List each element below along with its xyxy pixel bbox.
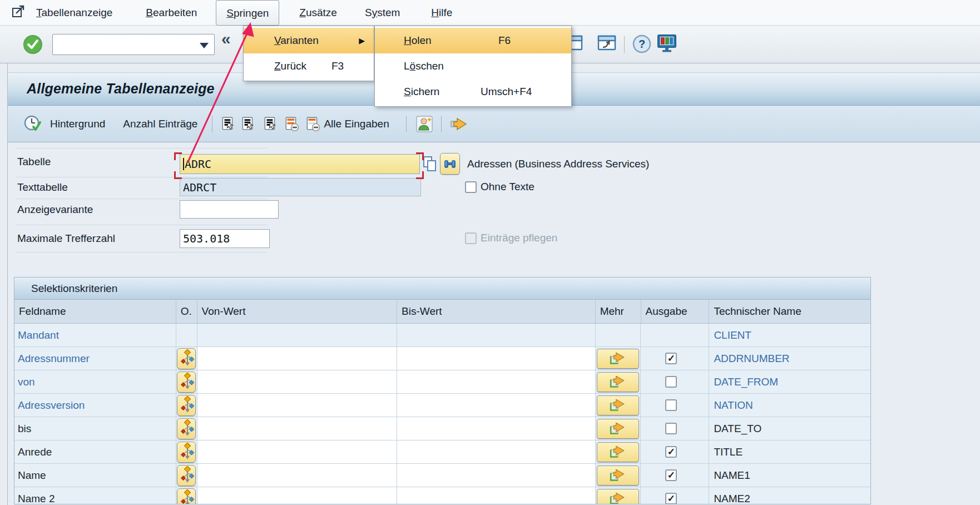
sap-window: Tabellenanzeige Bearbeiten Springen Zusä…	[0, 0, 980, 505]
selection-criteria-group: Selektionskriterien Feldname O. Von-Wert…	[14, 277, 871, 504]
menu-item-sichern[interactable]: Sichern Umsch+F4	[375, 79, 571, 105]
more-selection-options-icon[interactable]	[597, 395, 639, 415]
field-name: Name	[18, 469, 46, 482]
menu-zusaetze[interactable]: Zusätze	[297, 0, 339, 26]
menu-item-zurueck[interactable]: Zurück F3	[244, 53, 374, 79]
delete-all-selections-icon[interactable]	[305, 116, 320, 132]
multi-select-icon[interactable]	[177, 488, 196, 505]
von-wert-cell[interactable]	[197, 394, 398, 417]
von-wert-cell[interactable]	[197, 487, 398, 504]
ausgabe-checkbox[interactable]	[665, 353, 677, 364]
exit-icon[interactable]	[11, 4, 26, 21]
more-selection-options-icon[interactable]	[597, 442, 639, 462]
von-wert-cell[interactable]	[197, 370, 398, 393]
bis-wert-cell[interactable]	[397, 487, 596, 504]
select-all-icon[interactable]	[220, 116, 236, 132]
bis-wert-cell[interactable]	[397, 394, 596, 417]
bis-wert-cell[interactable]	[397, 464, 596, 487]
more-selection-options-icon[interactable]	[597, 372, 639, 392]
bis-wert-cell[interactable]	[397, 324, 596, 346]
delete-selection-icon[interactable]	[284, 116, 299, 132]
von-wert-cell[interactable]	[197, 324, 398, 346]
bis-wert-cell[interactable]	[397, 370, 596, 393]
menu-item-varianten[interactable]: Varianten ▶	[244, 28, 374, 53]
menu-item-holen[interactable]: Holen F6	[375, 28, 571, 53]
bis-wert-cell[interactable]	[397, 347, 596, 370]
menu-tabellenanzeige[interactable]: Tabellenanzeige	[34, 0, 115, 26]
ausgabe-checkbox[interactable]	[665, 469, 677, 481]
command-input[interactable]	[55, 36, 194, 53]
eintraege-pflegen-checkbox	[465, 232, 477, 244]
shortcut-label: F6	[498, 28, 511, 53]
ausgabe-checkbox[interactable]	[665, 493, 677, 504]
tabelle-input[interactable]: ADRC	[180, 154, 420, 174]
anzahl-eintraege-button[interactable]: Anzahl Einträge	[123, 118, 197, 130]
binoculars-find-icon[interactable]	[440, 153, 460, 175]
technical-name: DATE_TO	[714, 423, 761, 435]
more-selection-options-icon[interactable]	[597, 419, 639, 439]
varianten-submenu: Holen F6 Löschen Sichern Umsch+F4	[374, 26, 572, 107]
more-selection-options-icon[interactable]	[597, 489, 639, 505]
multi-select-icon[interactable]	[177, 395, 196, 416]
more-selection-options-icon[interactable]	[597, 349, 639, 369]
texttabelle-input[interactable]: ADRCT	[180, 178, 421, 196]
ausgabe-checkbox[interactable]	[665, 423, 677, 434]
col-mehr: Mehr	[596, 300, 641, 323]
multi-select-icon[interactable]	[177, 418, 196, 439]
enter-check-icon[interactable]	[22, 34, 43, 55]
more-selection-options-icon[interactable]	[597, 466, 639, 486]
shortcut-label: Umsch+F4	[481, 79, 532, 105]
menu-hilfe[interactable]: Hilfe	[429, 0, 454, 26]
bis-wert-cell[interactable]	[397, 417, 596, 440]
field-name: Adressversion	[18, 399, 85, 412]
divider	[16, 252, 268, 253]
select-block-icon[interactable]	[240, 116, 256, 132]
col-technischer-name: Technischer Name	[709, 300, 870, 323]
copy-icon[interactable]	[423, 156, 438, 174]
execute-clock-icon[interactable]	[23, 115, 42, 133]
ausgabe-checkbox[interactable]	[665, 376, 677, 388]
command-dropdown-icon[interactable]	[200, 43, 209, 48]
menu-item-loeschen[interactable]: Löschen	[375, 53, 571, 79]
divider	[16, 199, 268, 199]
anzeigevariante-input[interactable]	[180, 200, 279, 219]
von-wert-cell[interactable]	[197, 464, 398, 487]
max-trefferzahl-input[interactable]: 503.018	[180, 229, 270, 248]
von-wert-cell[interactable]	[197, 440, 398, 463]
field-name: bis	[18, 423, 31, 435]
page-title: Allgemeine Tabellenanzeige	[27, 81, 215, 97]
tabelle-label: Tabelle	[17, 156, 51, 168]
customize-layout-monitor-icon[interactable]	[656, 34, 679, 56]
user-parameters-icon[interactable]	[415, 115, 433, 133]
divider	[16, 225, 268, 225]
bis-wert-cell[interactable]	[397, 440, 596, 463]
menu-bearbeiten[interactable]: Bearbeiten	[143, 0, 199, 26]
col-von-wert: Von-Wert	[197, 300, 398, 323]
multi-select-icon[interactable]	[177, 372, 196, 393]
menu-springen[interactable]: Springen	[216, 0, 279, 26]
field-name: Name 2	[18, 493, 55, 505]
anzeigevariante-label: Anzeigevariante	[17, 204, 93, 216]
table-row: Name 2 NAME2	[14, 487, 870, 504]
alle-eingaben-button[interactable]: Alle Eingaben	[324, 118, 389, 130]
menu-system[interactable]: System	[363, 0, 402, 26]
multi-select-icon[interactable]	[177, 465, 196, 486]
col-bis-wert: Bis-Wert	[397, 300, 596, 323]
technical-name: NAME2	[714, 493, 750, 505]
help-icon[interactable]: ?	[632, 34, 652, 56]
collapse-toolbar-icon[interactable]: «	[221, 29, 231, 48]
multi-select-icon[interactable]	[177, 442, 196, 463]
ausgabe-checkbox[interactable]	[665, 399, 677, 411]
hintergrund-button[interactable]: Hintergrund	[50, 118, 105, 130]
export-arrow-icon[interactable]	[449, 116, 468, 132]
deselect-all-icon[interactable]	[263, 116, 278, 132]
shortcut-window-arrow-icon[interactable]	[597, 34, 617, 56]
springen-dropdown-menu: Varianten ▶ Zurück F3	[243, 26, 374, 81]
multi-select-icon[interactable]	[177, 348, 196, 369]
von-wert-cell[interactable]	[197, 417, 398, 440]
ohne-texte-checkbox[interactable]	[465, 181, 477, 193]
section-title: Selektionskriterien	[14, 278, 870, 300]
von-wert-cell[interactable]	[197, 347, 398, 370]
ausgabe-checkbox[interactable]	[665, 446, 677, 458]
application-toolbar: Hintergrund Anzahl Einträge Alle Eingabe…	[8, 106, 980, 142]
